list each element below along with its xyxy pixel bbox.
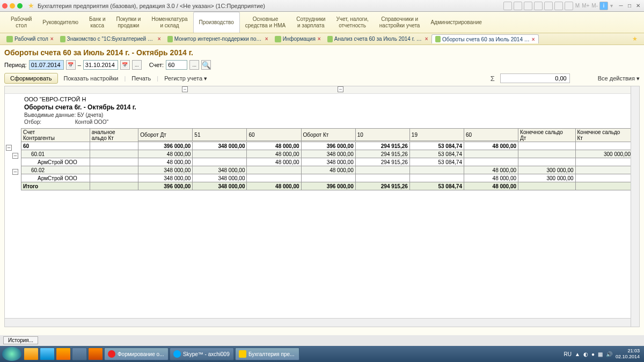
toolbar-btn-7[interactable] xyxy=(565,2,573,10)
hdr-end-kt: Конечное сальдо Кт xyxy=(575,129,632,142)
toolbar-btn-2[interactable] xyxy=(514,2,522,10)
m-btn[interactable]: M xyxy=(575,3,580,9)
table-row[interactable]: 60.02348 000,00348 000,0048 000,0048 000… xyxy=(21,166,633,174)
tab-close-icon[interactable]: × xyxy=(532,36,535,42)
menu-item-10[interactable]: Администрирование xyxy=(425,12,487,33)
report-sub1: Выводимые данные: БУ (дчета) xyxy=(21,111,639,118)
main-menu: РабочийстолРуководителюБанк икассаПокупк… xyxy=(0,12,644,33)
tab-close-icon[interactable]: × xyxy=(265,36,268,42)
toolbar-btn-5[interactable] xyxy=(544,2,553,10)
tab-close-icon[interactable]: × xyxy=(318,36,321,42)
account-more-button[interactable]: ... xyxy=(189,60,199,70)
show-settings-link[interactable]: Показать настройки xyxy=(61,74,121,83)
print-link[interactable]: Печать xyxy=(129,74,153,83)
tab-1[interactable]: Знакомство с "1С:Бухгалтерией 8" ред. 3.… xyxy=(57,35,164,43)
menu-item-0[interactable]: Рабочийстол xyxy=(5,12,37,33)
tree-toggle-6001[interactable]: – xyxy=(12,153,18,159)
table-row[interactable]: Итого396 000,00348 000,0048 000,00396 00… xyxy=(21,182,633,190)
clock[interactable]: 21:0302.10.2014 xyxy=(616,348,640,360)
tab-0[interactable]: Рабочий стол× xyxy=(3,35,57,43)
toolbar-btn-6[interactable] xyxy=(554,2,563,10)
tab-icon xyxy=(327,36,333,42)
traffic-green-icon[interactable] xyxy=(17,3,23,9)
toolbar-btn-1[interactable] xyxy=(503,2,512,10)
account-search-icon[interactable]: 🔍 xyxy=(201,60,211,70)
hdr-51: 51 xyxy=(193,129,247,141)
toolbar-btn-4[interactable] xyxy=(534,2,543,10)
content-area: Обороты счета 60 за Июль 2014 г. - Октяб… xyxy=(0,45,644,337)
tab-3[interactable]: Информация× xyxy=(272,35,324,43)
tab-close-icon[interactable]: × xyxy=(425,36,428,42)
table-row[interactable]: 60.0148 000,0048 000,00348 000,00294 915… xyxy=(21,150,633,158)
m-plus-btn[interactable]: M+ xyxy=(582,3,589,9)
vertical-scrollbar[interactable] xyxy=(631,86,639,327)
horizontal-scrollbar[interactable] xyxy=(5,318,631,327)
tree-toggle-60[interactable]: – xyxy=(6,145,12,151)
task-explorer[interactable] xyxy=(24,348,39,360)
table-row[interactable]: АрмСтрой ООО48 000,0048 000,00348 000,00… xyxy=(21,158,633,166)
table-row[interactable]: 60396 000,00348 000,0048 000,00396 000,0… xyxy=(21,142,633,150)
page-title: Обороты счета 60 за Июль 2014 г. - Октяб… xyxy=(4,48,640,57)
lang-indicator[interactable]: RU xyxy=(564,351,572,357)
taskbar: Формирование о... Skype™ - axchi009 Бухг… xyxy=(0,346,644,362)
account-input[interactable] xyxy=(166,60,187,70)
close-icon[interactable]: ✕ xyxy=(634,2,642,10)
tabs-favorite-icon[interactable]: ★ xyxy=(629,35,641,42)
menu-item-7[interactable]: Сотрудникии зарплата xyxy=(291,12,331,33)
task-wmp[interactable] xyxy=(56,348,71,360)
table-row[interactable]: АрмСтрой ООО348 000,00348 000,0048 000,0… xyxy=(21,174,633,182)
tab-2[interactable]: Монитор интернет-поддержки пользоват...× xyxy=(164,35,272,43)
menu-item-3[interactable]: Покупки ипродажи xyxy=(111,12,146,33)
menu-item-8[interactable]: Учет, налоги,отчетность xyxy=(331,12,374,33)
tree-toggle-6002[interactable]: – xyxy=(12,169,18,175)
period-more-button[interactable]: ... xyxy=(132,60,142,70)
calendar-from-icon[interactable]: 📅 xyxy=(66,60,76,70)
tray-network-icon[interactable]: ▦ xyxy=(598,351,603,357)
toolbar-btn-3[interactable] xyxy=(524,2,532,10)
hdr-19: 19 xyxy=(409,129,464,141)
date-to-input[interactable] xyxy=(83,60,118,70)
hdr-10: 10 xyxy=(355,129,409,141)
col-collapse-2[interactable]: – xyxy=(338,86,343,92)
tab-5[interactable]: Обороты счета 60 за Июль 2014 г. - Окт..… xyxy=(431,34,539,43)
sum-box[interactable] xyxy=(500,73,570,83)
menu-item-5[interactable]: Производство xyxy=(193,12,240,33)
menu-item-6[interactable]: Основныесредства и НМА xyxy=(240,12,291,33)
maximize-icon[interactable]: □ xyxy=(626,2,633,10)
task-1c[interactable]: Бухгалтерия пре... xyxy=(235,348,299,360)
dropdown-btn[interactable]: ▾ xyxy=(610,3,613,9)
tray-icon-1[interactable]: ◐ xyxy=(583,351,588,357)
task-ie[interactable] xyxy=(40,348,55,360)
tray-volume-icon[interactable]: 🔊 xyxy=(606,351,612,357)
start-button[interactable] xyxy=(2,347,21,361)
help-btn[interactable]: i xyxy=(599,2,608,10)
task-blank[interactable] xyxy=(72,348,87,360)
tray-flag-icon[interactable]: ▲ xyxy=(575,351,580,357)
tab-icon xyxy=(6,36,13,42)
traffic-red-icon[interactable] xyxy=(2,3,8,9)
task-skype[interactable]: Skype™ - axchi009 xyxy=(170,348,234,360)
task-opera[interactable]: Формирование о... xyxy=(104,348,169,360)
all-actions-link[interactable]: Все действия ▾ xyxy=(598,75,640,82)
history-button[interactable]: История... xyxy=(3,336,38,344)
tab-close-icon[interactable]: × xyxy=(50,36,54,42)
minimize-icon[interactable]: ─ xyxy=(617,2,625,10)
m-minus-btn[interactable]: M- xyxy=(591,3,598,9)
tray-icon-2[interactable]: ● xyxy=(591,351,595,357)
calendar-to-icon[interactable]: 📅 xyxy=(120,60,130,70)
menu-item-9[interactable]: Справочники инастройки учета xyxy=(374,12,426,33)
menu-item-1[interactable]: Руководителю xyxy=(37,12,84,33)
task-firefox[interactable] xyxy=(88,348,103,360)
menu-item-2[interactable]: Банк икасса xyxy=(84,12,111,33)
sigma-icon: Σ xyxy=(491,75,495,83)
form-button[interactable]: Сформировать xyxy=(4,73,58,84)
register-link[interactable]: Регистр учета ▾ xyxy=(162,74,210,83)
col-collapse-1[interactable]: – xyxy=(182,86,188,92)
favorite-icon[interactable]: ★ xyxy=(28,2,34,10)
date-from-input[interactable] xyxy=(29,60,64,70)
traffic-yellow-icon[interactable] xyxy=(10,3,15,9)
hdr-60b: 60 xyxy=(464,129,518,141)
tab-close-icon[interactable]: × xyxy=(158,36,161,42)
menu-item-4[interactable]: Номенклатураи склад xyxy=(146,12,193,33)
tab-4[interactable]: Анализ счета 60 за Июль 2014 г. - Октяб.… xyxy=(324,35,431,43)
